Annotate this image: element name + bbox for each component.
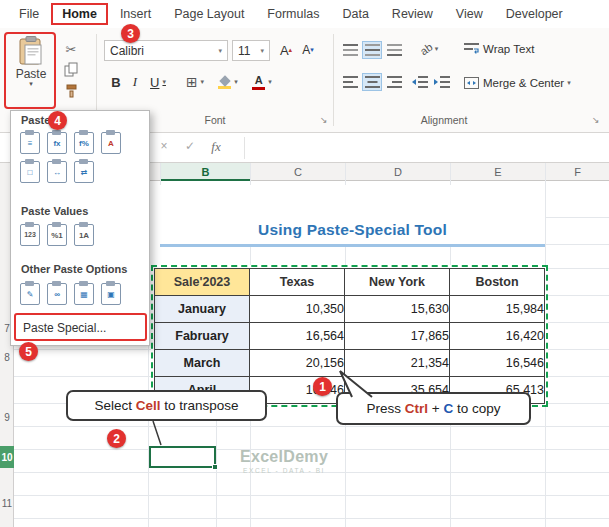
italic-icon: I <box>133 74 137 90</box>
column-header-d[interactable]: D <box>345 163 450 181</box>
callout-key: Cell <box>136 398 161 413</box>
month-cell[interactable]: Fabruary <box>155 323 250 350</box>
paste-option-formatting-icon[interactable]: ✎ <box>19 281 41 305</box>
shrink-font-button[interactable]: A▾ <box>298 40 318 60</box>
step-badge-1: 1 <box>313 377 332 396</box>
gridline <box>545 217 609 218</box>
value-cell[interactable]: 10,350 <box>250 296 345 323</box>
tab-page-layout[interactable]: Page Layout <box>163 3 255 25</box>
fill-handle[interactable] <box>212 464 218 470</box>
paste-option-values-icon[interactable]: 123 <box>19 222 41 246</box>
font-dialog-launcher[interactable]: ↘ <box>320 115 328 125</box>
copy-button[interactable] <box>60 60 82 78</box>
paste-option-picture-icon[interactable]: ▦ <box>73 281 95 305</box>
callout-text: to copy <box>453 401 500 416</box>
tab-home[interactable]: Home <box>51 3 108 25</box>
value-cell[interactable]: 17,865 <box>345 323 450 350</box>
underline-button[interactable]: U▾ <box>146 72 170 92</box>
decrease-indent-button[interactable] <box>410 73 430 91</box>
paste-option-values-number-formatting-icon[interactable]: %1 <box>46 222 68 246</box>
paste-option-keep-source-column-widths-icon[interactable]: ↔ <box>46 159 68 183</box>
align-bottom-button[interactable] <box>384 41 404 59</box>
tab-data[interactable]: Data <box>331 3 379 25</box>
paste-option-paste-icon[interactable]: ≡ <box>19 130 41 154</box>
value-cell[interactable]: 15,984 <box>450 296 545 323</box>
selected-cell-b10[interactable] <box>149 446 216 468</box>
italic-button[interactable]: I <box>128 72 142 92</box>
paste-option-keep-source-formatting-icon[interactable]: A <box>100 130 122 154</box>
tab-file[interactable]: File <box>8 3 50 25</box>
row-header-8[interactable]: 8 <box>0 352 14 363</box>
column-header-f[interactable]: F <box>545 163 609 181</box>
gridline <box>545 268 609 269</box>
cancel-button[interactable]: × <box>156 139 172 153</box>
merge-center-button[interactable]: Merge & Center ▾ <box>464 73 571 93</box>
fill-color-button[interactable]: ▾ <box>214 72 242 92</box>
value-cell[interactable]: 16,546 <box>450 350 545 377</box>
chevron-down-icon: ▾ <box>213 47 222 55</box>
font-size-select[interactable]: 11▾ <box>232 40 270 61</box>
tab-insert[interactable]: Insert <box>109 3 162 25</box>
paste-option-paste-link-icon[interactable]: ∞ <box>46 281 68 305</box>
menu-section-other-paste-options: Other Paste Options <box>21 263 127 275</box>
tab-formulas[interactable]: Formulas <box>256 3 330 25</box>
table-header-sale[interactable]: Sale'2023 <box>155 269 250 296</box>
format-painter-button[interactable] <box>60 82 82 100</box>
insert-function-button[interactable]: fx <box>208 139 224 155</box>
chevron-down-icon: ▾ <box>201 78 205 86</box>
align-right-icon <box>387 76 402 88</box>
increase-indent-button[interactable] <box>432 73 452 91</box>
column-header-c[interactable]: C <box>250 163 345 181</box>
row-header-9[interactable]: 9 <box>0 412 14 423</box>
callout-text: Press <box>367 401 405 416</box>
paste-option-formulas-number-formatting-icon[interactable]: f% <box>73 130 95 154</box>
bold-button[interactable]: B <box>108 72 124 92</box>
value-cell[interactable]: 16,564 <box>250 323 345 350</box>
copy-icon <box>64 62 78 77</box>
table-header-texas[interactable]: Texas <box>250 269 345 296</box>
month-cell[interactable]: January <box>155 296 250 323</box>
sheet-title-cell[interactable]: Using Paste-Special Tool <box>160 185 545 247</box>
month-cell[interactable]: March <box>155 350 250 377</box>
exceldemy-tagline: EXCEL - DATA - BI <box>240 467 328 474</box>
align-left-button[interactable] <box>340 73 360 91</box>
gridline <box>545 244 609 245</box>
paste-option-formulas-icon[interactable]: fx <box>46 130 68 154</box>
value-cell[interactable]: 21,354 <box>345 350 450 377</box>
tab-developer[interactable]: Developer <box>495 3 574 25</box>
tab-view[interactable]: View <box>445 3 494 25</box>
paste-option-transpose-icon[interactable]: ⇄ <box>73 159 95 183</box>
chevron-down-icon: ▾ <box>435 45 439 53</box>
tab-review[interactable]: Review <box>381 3 444 25</box>
paste-option-linked-picture-icon[interactable]: ▣ <box>100 281 122 305</box>
formula-input[interactable] <box>246 133 609 162</box>
orientation-button[interactable]: ab▾ <box>412 39 446 59</box>
column-header-e[interactable]: E <box>450 163 545 181</box>
alignment-dialog-launcher[interactable]: ↘ <box>592 115 600 125</box>
wrap-text-button[interactable]: Wrap Text <box>464 39 534 59</box>
row-header-10[interactable]: 10 <box>0 446 14 468</box>
value-cell[interactable]: 16,420 <box>450 323 545 350</box>
font-color-button[interactable]: A ▾ <box>248 72 276 92</box>
callout-select-cell: Select Cell to transpose <box>66 390 267 421</box>
value-cell[interactable]: 15,630 <box>345 296 450 323</box>
grow-font-button[interactable]: A▴ <box>276 40 296 60</box>
column-header-b[interactable]: B <box>160 163 250 181</box>
paste-option-values-source-formatting-icon[interactable]: 1A <box>73 222 95 246</box>
align-right-button[interactable] <box>384 73 404 91</box>
borders-button[interactable]: ⊞▾ <box>182 72 208 92</box>
value-cell[interactable]: 20,156 <box>250 350 345 377</box>
enter-button[interactable]: ✓ <box>182 139 198 153</box>
table-header-new-york[interactable]: New York <box>345 269 450 296</box>
font-name-select[interactable]: Calibri▾ <box>104 40 228 61</box>
table-header-boston[interactable]: Boston <box>450 269 545 296</box>
gridline <box>148 346 149 527</box>
align-top-button[interactable] <box>340 41 360 59</box>
grow-font-icon: A <box>280 43 289 58</box>
align-middle-button[interactable] <box>362 41 382 59</box>
cut-button[interactable]: ✂ <box>60 40 82 58</box>
align-center-button[interactable] <box>362 73 382 91</box>
paste-option-no-borders-icon[interactable]: □ <box>19 159 41 183</box>
row-header-11[interactable]: 11 <box>0 498 14 509</box>
chevron-down-icon: ▾ <box>255 47 264 55</box>
